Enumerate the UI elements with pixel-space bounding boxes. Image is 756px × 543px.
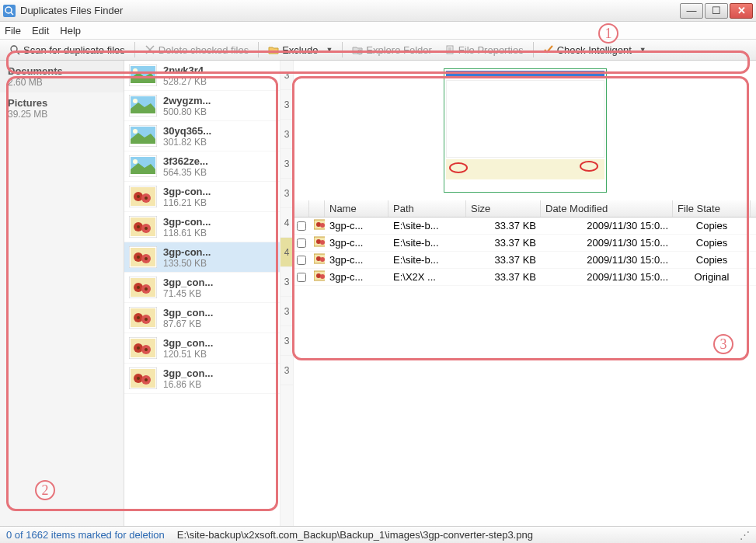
dup-count: 4 [280,238,293,267]
dup-count: 3 [280,61,293,90]
row-checkbox[interactable] [297,273,306,282]
row-checkbox[interactable] [297,221,306,231]
file-properties-button[interactable]: File Properties [440,43,528,57]
file-item[interactable]: 3gp_con...120.51 KB [124,333,280,364]
row-checkbox[interactable] [297,256,306,265]
svg-point-38 [137,256,140,259]
toolbar: Scan for duplicate files Delete checked … [0,39,756,61]
table-row[interactable]: 3gp-c...E:\X2X ...33.37 KB2009/11/30 15:… [294,269,756,286]
file-thumbnail [129,64,157,87]
file-item[interactable]: 3gp_con...87.67 KB [124,303,280,333]
svg-point-2 [11,46,17,52]
cell-state: Copies [673,220,751,231]
file-thumbnail [129,276,157,299]
folder-item-documents[interactable]: Documents 2.60 MB [0,61,124,92]
file-name: 3gp_con... [163,277,275,288]
status-marked: 0 of 1662 items marked for deletion [6,529,165,541]
cell-path: E:\site-b... [388,237,466,249]
svg-point-44 [137,286,140,289]
file-name: 2nwk3r4... [163,64,275,76]
cell-name: 3gp-c... [325,237,388,249]
file-name: 3gp-con... [163,246,275,258]
file-size: 301.82 KB [163,137,275,148]
dup-count: 3 [280,267,293,297]
svg-point-63 [145,378,148,381]
file-item[interactable]: 3gp-con...116.21 KB [124,182,280,212]
explore-icon [352,44,363,55]
annotation-label-3: 3 [713,334,733,354]
file-name: 3gp_con... [163,337,275,349]
cell-date: 2009/11/30 15:0... [541,254,673,266]
exclude-button[interactable]: Exclude ▼ [263,43,337,57]
svg-point-57 [145,348,148,351]
row-icon [309,236,325,249]
table-row[interactable]: 3gp-c...E:\site-b...33.37 KB2009/11/30 1… [294,218,756,235]
dup-count: 3 [280,356,293,385]
file-thumbnail [129,124,157,148]
explore-folder-button[interactable]: Explore Folder [347,43,437,57]
check-icon [543,44,554,55]
menu-help[interactable]: Help [60,25,81,37]
svg-point-39 [145,257,148,260]
menu-file[interactable]: File [5,25,21,37]
resize-grip[interactable]: ⋰ [740,529,750,541]
window-controls: — ☐ ✕ [680,3,753,19]
minimize-button[interactable]: — [680,3,703,19]
menu-edit[interactable]: Edit [32,25,49,37]
svg-point-12 [133,68,138,73]
file-item[interactable]: 3gp-con...133.50 KB [124,242,280,273]
cell-size: 33.37 KB [466,237,541,249]
dup-count: 3 [280,90,293,120]
file-list[interactable]: 2nwk3r4...528.27 KB2wygzm...500.80 KB30y… [124,61,280,526]
file-item[interactable]: 3gp_con...16.86 KB [124,364,280,394]
table-row[interactable]: 3gp-c...E:\site-b...33.37 KB2009/11/30 1… [294,235,756,252]
annotation-label-2: 2 [35,480,55,500]
file-name: 30yq365... [163,125,275,137]
cell-path: E:\X2X ... [388,271,466,283]
cell-date: 2009/11/30 15:0... [541,237,673,249]
file-item[interactable]: 30yq365...301.82 KB [124,121,280,151]
svg-point-32 [137,225,140,228]
row-checkbox[interactable] [297,238,306,248]
svg-point-51 [145,318,148,321]
window-title: Duplicates Files Finder [20,5,680,16]
properties-icon [444,44,455,55]
dup-count: 3 [280,179,293,208]
row-icon [309,253,325,266]
file-item[interactable]: 3f362ze...564.35 KB [124,151,280,182]
app-icon [3,5,16,17]
svg-point-74 [316,273,321,278]
maximize-button[interactable]: ☐ [705,3,728,19]
cell-state: Copies [673,254,751,266]
scan-button[interactable]: Scan for duplicate files [5,43,130,57]
col-state[interactable]: File State [673,200,751,217]
file-item[interactable]: 3gp-con...118.61 KB [124,212,280,242]
titlebar: Duplicates Files Finder — ☐ ✕ [0,0,756,22]
close-button[interactable]: ✕ [730,3,753,19]
check-intelligent-button[interactable]: Check Intelligent ▼ [538,43,651,57]
col-path[interactable]: Path [388,200,466,217]
file-item[interactable]: 2wygzm...500.80 KB [124,91,280,121]
file-item[interactable]: 3gp_con...71.45 KB [124,273,280,303]
right-panel: Name Path Size Date Modified File State … [294,61,756,526]
file-item[interactable]: 2nwk3r4...528.27 KB [124,61,280,91]
col-size[interactable]: Size [466,200,541,217]
cell-size: 33.37 KB [466,220,541,231]
svg-point-21 [133,159,138,164]
file-size: 120.51 KB [163,349,275,360]
row-icon [309,219,325,232]
col-name[interactable]: Name [325,200,388,217]
file-size: 71.45 KB [163,288,275,299]
table-row[interactable]: 3gp-c...E:\site-b...33.37 KB2009/11/30 1… [294,252,756,269]
count-column: 33333443333 [280,61,294,526]
svg-point-26 [137,195,140,198]
file-thumbnail [129,215,157,238]
dup-count: 3 [280,120,293,149]
svg-point-68 [316,239,321,244]
file-thumbnail [129,367,157,390]
folder-item-pictures[interactable]: Pictures 39.25 MB [0,92,124,124]
cell-name: 3gp-c... [325,271,388,283]
delete-checked-button[interactable]: Delete checked files [140,43,253,57]
file-name: 2wygzm... [163,95,275,106]
col-date[interactable]: Date Modified [541,200,673,217]
